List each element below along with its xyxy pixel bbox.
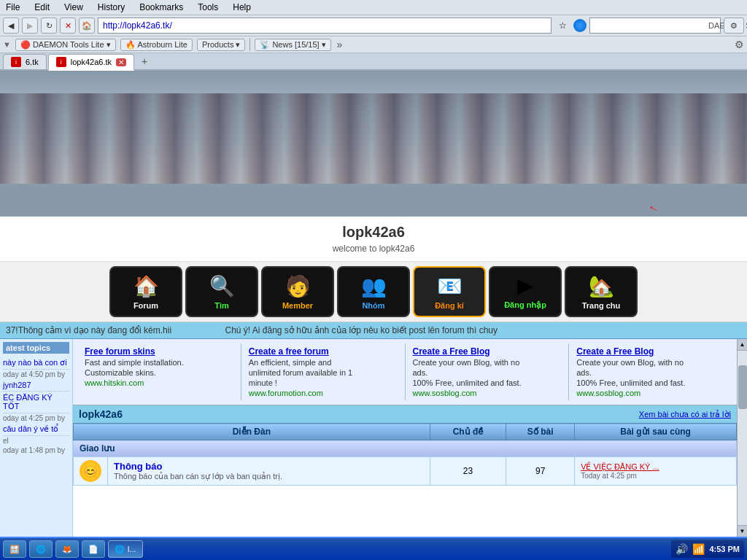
ad-text-2b: ads. bbox=[413, 368, 562, 377]
forum-name-thongbao[interactable]: Thông báo bbox=[114, 461, 424, 472]
ad-bar: Free forum skins Fast and simple install… bbox=[73, 339, 737, 405]
forum-topics-count: 23 bbox=[463, 466, 473, 476]
bookmarks-dropdown[interactable]: ▼ bbox=[3, 40, 11, 49]
taskbar: 🪟 🌐 🦊 📄 🌐 l... 🔊 📶 4:53 PM bbox=[0, 537, 747, 560]
col-chude: Chủ đề bbox=[430, 424, 506, 440]
ad-title-3[interactable]: Create a Free Blog bbox=[576, 346, 725, 357]
sidebar-item-0[interactable]: này nào bà con ơi bbox=[3, 357, 69, 370]
menu-edit[interactable]: Edit bbox=[31, 1, 53, 13]
taskbar-misc[interactable]: 📄 bbox=[82, 540, 105, 558]
search-input[interactable] bbox=[596, 20, 705, 31]
ad-text-0b: Customizable skins. bbox=[85, 368, 233, 377]
scrollbar-thumb[interactable] bbox=[738, 365, 747, 409]
new-tab-button[interactable]: + bbox=[136, 53, 153, 69]
header-photo bbox=[0, 71, 747, 184]
taskbar-browser-app[interactable]: 🌐 l... bbox=[108, 540, 143, 558]
tab-close-button[interactable]: ✕ bbox=[116, 58, 126, 66]
ad-text-1a: An efficient, simple and bbox=[249, 358, 398, 367]
browser-taskbar-icon: 🌐 bbox=[115, 545, 125, 554]
forum-view-link[interactable]: Xem bài chưa có ai trả lời bbox=[639, 410, 731, 419]
sidebar-meta-0: oday at 4:50 pm by bbox=[3, 370, 69, 379]
tray-volume[interactable]: 🔊 bbox=[676, 543, 688, 555]
left-sidebar: atest topics này nào bà con ơi oday at 4… bbox=[0, 339, 73, 537]
sidebar-item-user0[interactable]: jynh287 bbox=[3, 379, 69, 392]
bookmarks-separator bbox=[249, 38, 250, 51]
ad-title-1[interactable]: Create a free forum bbox=[249, 346, 398, 357]
back-button[interactable]: ◀ bbox=[3, 18, 19, 34]
tray-network[interactable]: 📶 bbox=[692, 543, 705, 555]
forum-row-thongbao: 😊 Thông báo Thông báo của ban cán sự lớp… bbox=[74, 457, 737, 486]
ad-section-0: Free forum skins Fast and simple install… bbox=[77, 343, 241, 400]
taskbar-ie[interactable]: 🌐 bbox=[29, 540, 53, 558]
reload-button[interactable]: ↻ bbox=[41, 18, 57, 34]
menu-view[interactable]: View bbox=[61, 1, 86, 13]
sidebar-item-2[interactable]: câu dân ý về tổ bbox=[3, 423, 69, 436]
scrollbar-down[interactable]: ▼ bbox=[738, 525, 748, 537]
ad-text-3c: 100% Free, unlimited and fast. bbox=[576, 378, 725, 387]
forum-lastpost-link[interactable]: VỀ VIỆC ĐĂNG KÝ ... bbox=[581, 462, 730, 472]
rss-icon: 📡 bbox=[260, 40, 270, 50]
bookmark-products[interactable]: Products ▾ bbox=[197, 39, 245, 51]
bookmarks-more[interactable]: ⚙ bbox=[735, 39, 744, 50]
page-content: Kỷ Niệm Lớp K42 A6 - Khoa Quản Trị Doanh… bbox=[0, 71, 747, 537]
bookmark-daemon-tools[interactable]: 🔴 DAEMON Tools Lite ▾ bbox=[15, 39, 116, 51]
more-bookmarks[interactable]: » bbox=[337, 39, 343, 50]
nav-tim[interactable]: 🔍 Tìm bbox=[185, 266, 258, 317]
main-area: Free forum skins Fast and simple install… bbox=[73, 339, 737, 537]
sidebar-title: atest topics bbox=[3, 342, 69, 354]
forum-table: Diễn Đàn Chủ đề Số bài Bài gửi sau cùng … bbox=[73, 423, 737, 486]
forum-header: lopk42a6 Xem bài chưa có ai trả lời bbox=[73, 405, 737, 423]
bookmark-news[interactable]: 📡 News [15/15] ▾ bbox=[255, 39, 330, 51]
ad-text-3b: ads. bbox=[576, 368, 725, 377]
page-layout: atest topics này nào bà con ơi oday at 4… bbox=[0, 339, 747, 537]
forum-icon: 🏠 bbox=[133, 274, 159, 298]
trangchu-label: Trang chu bbox=[582, 301, 621, 310]
extensions-button[interactable]: ⚙ bbox=[724, 18, 744, 34]
ad-link-0[interactable]: www.hitskin.com bbox=[85, 378, 144, 387]
welcome-text: welcome to lopk42a6 bbox=[0, 242, 747, 258]
dangki-label: Đăng kí bbox=[435, 301, 464, 310]
nav-trangchu[interactable]: 🏡 Trang chu bbox=[565, 266, 638, 317]
main-content: Kỷ Niệm Lớp K42 A6 - Khoa Quản Trị Doanh… bbox=[0, 71, 747, 537]
ad-title-0[interactable]: Free forum skins bbox=[85, 346, 233, 357]
col-sobai: Số bài bbox=[506, 424, 575, 440]
bookmark-star[interactable]: ☆ bbox=[554, 18, 570, 34]
home-button[interactable]: 🏠 bbox=[79, 18, 95, 34]
taskbar-firefox[interactable]: 🦊 bbox=[55, 540, 79, 558]
stop-button[interactable]: ✕ bbox=[60, 18, 76, 34]
forum-section: lopk42a6 Xem bài chưa có ai trả lời Diễn… bbox=[73, 405, 737, 537]
ad-text-3a: Create your own Blog, with no bbox=[576, 358, 725, 367]
bookmark-astroburn[interactable]: 🔥 Astroburn Lite bbox=[120, 39, 193, 51]
menu-help[interactable]: Help bbox=[230, 1, 254, 13]
sidebar-item-1[interactable]: ÉC ĐĂNG KÝ TỐT bbox=[3, 392, 69, 413]
forum-topics-cell: 23 bbox=[430, 457, 506, 486]
forward-button[interactable]: ▶ bbox=[22, 18, 38, 34]
ad-text-2c: 100% Free, unlimited and fast. bbox=[413, 378, 562, 387]
scrollbar-up[interactable]: ▲ bbox=[738, 339, 748, 351]
system-tray: 🔊 📶 4:53 PM bbox=[671, 540, 744, 558]
address-bar[interactable] bbox=[98, 18, 551, 34]
menu-tools[interactable]: Tools bbox=[195, 1, 221, 13]
sidebar-meta-3: oday at 1:48 pm by bbox=[3, 446, 69, 455]
menu-file[interactable]: File bbox=[3, 1, 23, 13]
menu-bookmarks[interactable]: Bookmarks bbox=[136, 1, 186, 13]
tab-previous[interactable]: i 6.tk bbox=[3, 54, 47, 69]
ad-link-3[interactable]: www.sosblog.com bbox=[576, 389, 640, 397]
nav-dangki[interactable]: 📧 Đăng kí bbox=[413, 266, 486, 317]
ad-link-2[interactable]: www.sosblog.com bbox=[413, 389, 477, 397]
menu-history[interactable]: History bbox=[95, 1, 128, 13]
tab-active[interactable]: i lopk42a6.tk ✕ bbox=[48, 54, 134, 71]
forum-category-giaoluu: Giao lưu bbox=[74, 440, 737, 457]
start-button[interactable]: 🪟 bbox=[3, 540, 26, 558]
ad-text-2a: Create your own Blog, with no bbox=[413, 358, 562, 367]
tab-label-active: lopk42a6.tk bbox=[71, 58, 112, 66]
forum-lastpost-cell: VỀ VIỆC ĐĂNG KÝ ... Today at 4:25 pm bbox=[575, 457, 737, 486]
nav-forum[interactable]: 🏠 Forum bbox=[109, 266, 182, 317]
nav-dangnhap[interactable]: ▶ Đăng nhập bbox=[489, 266, 562, 317]
member-icon: 🧑 bbox=[285, 274, 311, 298]
nav-nhom[interactable]: 👥 Nhóm bbox=[337, 266, 410, 317]
ad-link-1[interactable]: www.forumotion.com bbox=[249, 389, 323, 397]
ad-text-0a: Fast and simple installation. bbox=[85, 358, 233, 367]
ad-title-2[interactable]: Create a Free Blog bbox=[413, 346, 562, 357]
nav-member[interactable]: 🧑 Member bbox=[261, 266, 334, 317]
